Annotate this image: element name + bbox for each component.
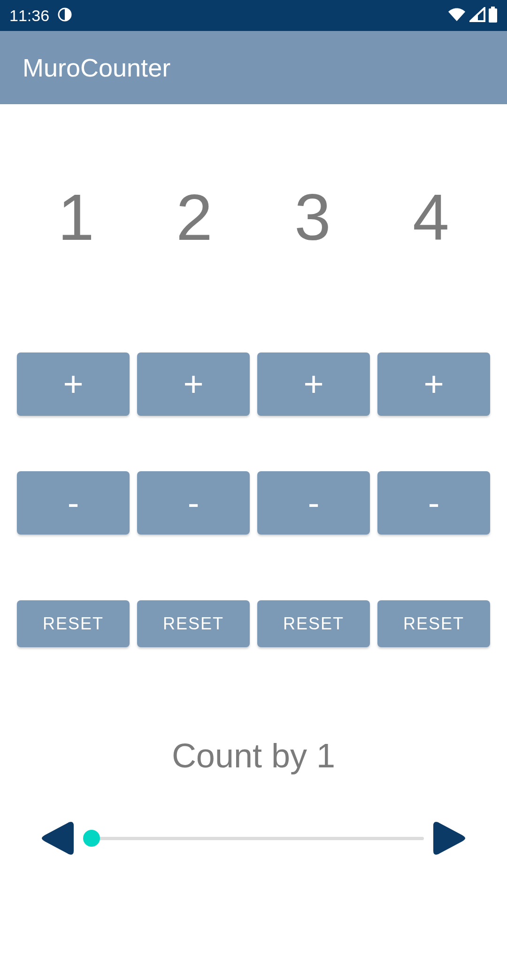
- minus-button-3[interactable]: -: [257, 471, 370, 535]
- counter-value-4: 4: [372, 179, 490, 255]
- slider-decrease-button[interactable]: [38, 817, 76, 859]
- reset-button-1[interactable]: RESET: [17, 600, 130, 647]
- count-by-slider[interactable]: [83, 829, 424, 848]
- plus-button-3[interactable]: +: [257, 352, 370, 416]
- triangle-right-icon: [431, 817, 469, 859]
- triangle-left-icon: [38, 817, 76, 859]
- count-by-slider-row: [17, 817, 490, 859]
- counter-value-2: 2: [135, 179, 254, 255]
- slider-increase-button[interactable]: [431, 817, 469, 859]
- reset-button-3[interactable]: RESET: [257, 600, 370, 647]
- status-bar: 11:36: [0, 0, 507, 31]
- slider-thumb[interactable]: [83, 830, 100, 847]
- plus-button-4[interactable]: +: [377, 352, 490, 416]
- counter-values-row: 1 2 3 4: [17, 104, 490, 265]
- battery-icon: [488, 7, 498, 24]
- svg-rect-2: [491, 7, 495, 8]
- counter-value-3: 3: [254, 179, 372, 255]
- minus-row: - - - -: [17, 471, 490, 535]
- reset-button-2[interactable]: RESET: [137, 600, 250, 647]
- app-bar: MuroCounter: [0, 31, 507, 104]
- minus-button-2[interactable]: -: [137, 471, 250, 535]
- minus-button-1[interactable]: -: [17, 471, 130, 535]
- reset-row: RESET RESET RESET RESET: [17, 600, 490, 647]
- minus-button-4[interactable]: -: [377, 471, 490, 535]
- wifi-icon: [447, 7, 467, 24]
- counter-value-1: 1: [17, 179, 135, 255]
- plus-row: + + + +: [17, 352, 490, 416]
- plus-button-2[interactable]: +: [137, 352, 250, 416]
- app-title: MuroCounter: [23, 53, 170, 82]
- count-by-label: Count by 1: [17, 736, 490, 775]
- cell-signal-icon: [469, 7, 485, 24]
- plus-button-1[interactable]: +: [17, 352, 130, 416]
- status-time: 11:36: [9, 7, 49, 25]
- svg-point-1: [61, 11, 65, 15]
- app-status-icon: [58, 8, 72, 23]
- svg-rect-3: [489, 8, 497, 23]
- slider-track-line: [83, 837, 424, 840]
- reset-button-4[interactable]: RESET: [377, 600, 490, 647]
